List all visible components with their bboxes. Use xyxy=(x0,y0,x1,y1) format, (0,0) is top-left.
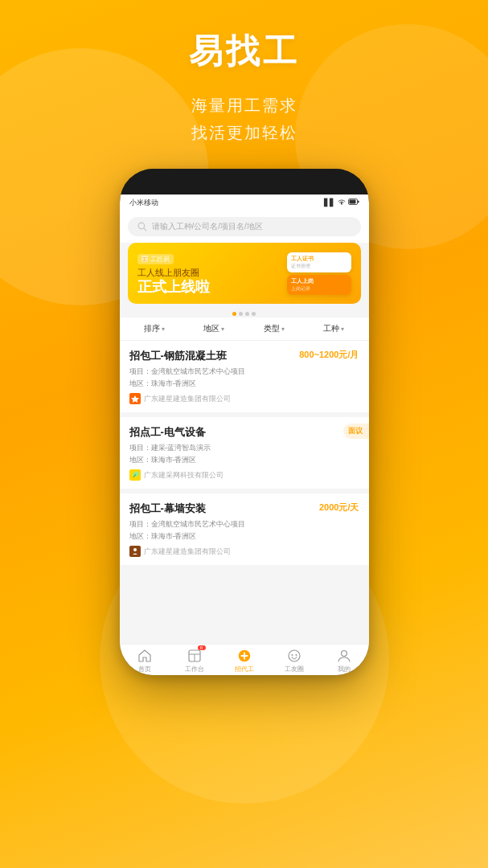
search-icon xyxy=(137,222,147,231)
nav-workbench-badge: 8 xyxy=(198,645,206,650)
app-title: 易找工 xyxy=(189,29,300,74)
dot-2 xyxy=(239,312,243,316)
nav-mine-icon-container xyxy=(336,648,352,664)
filter-work-type-label: 工种 xyxy=(323,323,339,334)
job-company-0: 广东建星建造集团有限公司 xyxy=(129,393,359,404)
banner-dots xyxy=(120,312,369,316)
search-placeholder-text: 请输入工种/公司名/项目名/地区 xyxy=(152,221,263,232)
svg-point-0 xyxy=(341,203,342,205)
job-project-1: 项目：建采-蓝湾智岛演示 xyxy=(129,443,359,453)
hire-icon xyxy=(236,647,252,665)
job-salary-0: 800~1200元/月 xyxy=(299,349,359,361)
filter-area-arrow: ▾ xyxy=(221,326,224,333)
job-card-2[interactable]: 招包工-幕墙安装 2000元/天 项目：金湾航空城市民艺术中心项目 地区：珠海市… xyxy=(120,493,369,565)
job-list: 招包工-钢筋混凝土班 800~1200元/月 项目：金湾航空城市民艺术中心项目 … xyxy=(120,341,369,644)
banner-tag: 工 工匠易 xyxy=(137,254,174,264)
home-icon xyxy=(137,649,152,663)
job-header-1: 招点工-电气设备 xyxy=(129,425,359,440)
company-name-0: 广东建星建造集团有限公司 xyxy=(144,394,231,404)
app-screen: 请输入工种/公司名/项目名/地区 工 工匠易 工人线上朋友圈 正式上线啦 工人证… xyxy=(120,211,369,675)
nav-friends[interactable]: 工友圈 xyxy=(269,648,319,674)
job-location-0: 地区：珠海市-香洲区 xyxy=(129,379,359,389)
filter-area-label: 地区 xyxy=(203,323,219,334)
job-title-0: 招包工-钢筋混凝土班 xyxy=(129,349,227,363)
nav-workbench[interactable]: 8 工作台 xyxy=(170,648,219,674)
nav-workbench-icon-container: 8 xyxy=(187,648,203,664)
job-project-2: 项目：金湾航空城市民艺术中心项目 xyxy=(129,519,359,530)
mine-icon xyxy=(337,649,351,663)
search-bar-container: 请输入工种/公司名/项目名/地区 xyxy=(120,211,369,243)
bottom-nav: 首页 8 工作台 xyxy=(120,644,369,675)
filter-work-type[interactable]: 工种 ▾ xyxy=(304,317,364,340)
carrier-text: 小米移动 xyxy=(129,198,158,208)
job-location-1: 地区：珠海市-香洲区 xyxy=(129,455,359,465)
job-company-1: 广东建采网科技有限公司 xyxy=(129,469,359,481)
banner-card-2: 工人上岗 上岗记录 xyxy=(287,275,351,295)
job-card-0[interactable]: 招包工-钢筋混凝土班 800~1200元/月 项目：金湾航空城市民艺术中心项目 … xyxy=(120,341,369,412)
job-title-2: 招包工-幕墙安装 xyxy=(129,502,206,516)
nav-home-label: 首页 xyxy=(138,665,151,674)
banner-card-1: 工人证书 证书管理 xyxy=(287,252,351,272)
workbench-icon xyxy=(187,649,202,663)
nav-hire[interactable]: 招代工 xyxy=(219,648,269,674)
svg-text:工: 工 xyxy=(142,257,147,262)
filter-bar: 排序 ▾ 地区 ▾ 类型 ▾ 工种 ▾ xyxy=(120,317,369,341)
job-header-2: 招包工-幕墙安装 2000元/天 xyxy=(129,502,359,516)
job-title-1: 招点工-电气设备 xyxy=(129,425,206,440)
filter-sort-label: 排序 xyxy=(144,323,160,334)
svg-point-18 xyxy=(295,654,297,656)
dot-3 xyxy=(245,312,249,316)
svg-point-19 xyxy=(341,651,347,657)
company-logo-0 xyxy=(129,393,141,404)
dot-1 xyxy=(232,312,236,316)
filter-area[interactable]: 地区 ▾ xyxy=(184,317,244,340)
salary-tag-negotiable: 面议 xyxy=(343,424,369,439)
svg-point-11 xyxy=(133,548,137,551)
nav-hire-icon-container xyxy=(236,648,252,664)
nav-mine-label: 我的 xyxy=(338,665,351,674)
nav-workbench-label: 工作台 xyxy=(185,665,204,674)
filter-work-type-arrow: ▾ xyxy=(341,326,344,333)
filter-type-label: 类型 xyxy=(264,323,280,334)
job-location-2: 地区：珠海市-香洲区 xyxy=(129,531,359,542)
nav-friends-icon-container xyxy=(286,648,302,664)
friends-icon xyxy=(287,649,301,663)
app-subtitle: 海量用工需求 找活更加轻松 xyxy=(191,92,297,146)
job-card-1[interactable]: 招点工-电气设备 面议 项目：建采-蓝湾智岛演示 地区：珠海市-香洲区 广东建采… xyxy=(120,417,369,489)
battery-icon xyxy=(348,199,359,207)
search-input[interactable]: 请输入工种/公司名/项目名/地区 xyxy=(128,217,361,236)
phone-notch xyxy=(232,169,257,180)
status-icons: ▋▋ xyxy=(324,199,359,207)
wifi-icon xyxy=(338,199,346,207)
nav-mine[interactable]: 我的 xyxy=(319,648,369,674)
company-name-1: 广东建采网科技有限公司 xyxy=(144,470,223,481)
nav-hire-label: 招代工 xyxy=(235,665,254,674)
job-project-0: 项目：金湾航空城市民艺术中心项目 xyxy=(129,366,359,377)
filter-sort-arrow: ▾ xyxy=(162,326,165,333)
company-name-2: 广东建星建造集团有限公司 xyxy=(144,547,231,557)
svg-line-5 xyxy=(143,228,146,231)
banner-cards: 工人证书 证书管理 工人上岗 上岗记录 xyxy=(287,252,351,295)
job-company-2: 广东建星建造集团有限公司 xyxy=(129,546,359,557)
filter-type[interactable]: 类型 ▾ xyxy=(244,317,305,340)
job-salary-2: 2000元/天 xyxy=(319,502,359,514)
filter-type-arrow: ▾ xyxy=(281,326,285,333)
nav-friends-label: 工友圈 xyxy=(285,665,304,674)
phone-mockup: 小米移动 ▋▋ 请输入工种/公司名/项目名/地区 xyxy=(120,169,369,675)
filter-sort[interactable]: 排序 ▾ xyxy=(125,317,185,340)
job-header-0: 招包工-钢筋混凝土班 800~1200元/月 xyxy=(129,349,359,363)
nav-home-icon-container xyxy=(137,648,153,664)
banner-left: 工 工匠易 工人线上朋友圈 正式上线啦 xyxy=(137,251,287,296)
company-logo-2 xyxy=(129,546,141,557)
svg-point-16 xyxy=(289,650,300,661)
svg-point-17 xyxy=(291,654,293,656)
banner[interactable]: 工 工匠易 工人线上朋友圈 正式上线啦 工人证书 证书管理 工人上岗 上岗记录 xyxy=(128,243,361,304)
svg-rect-2 xyxy=(349,200,355,204)
svg-marker-8 xyxy=(131,395,139,403)
signal-icon: ▋▋ xyxy=(324,199,335,207)
nav-home[interactable]: 首页 xyxy=(120,648,170,674)
company-logo-1 xyxy=(129,469,141,481)
phone-notch-bar xyxy=(120,169,369,194)
banner-main-title: 正式上线啦 xyxy=(137,279,287,297)
dot-4 xyxy=(252,312,256,316)
